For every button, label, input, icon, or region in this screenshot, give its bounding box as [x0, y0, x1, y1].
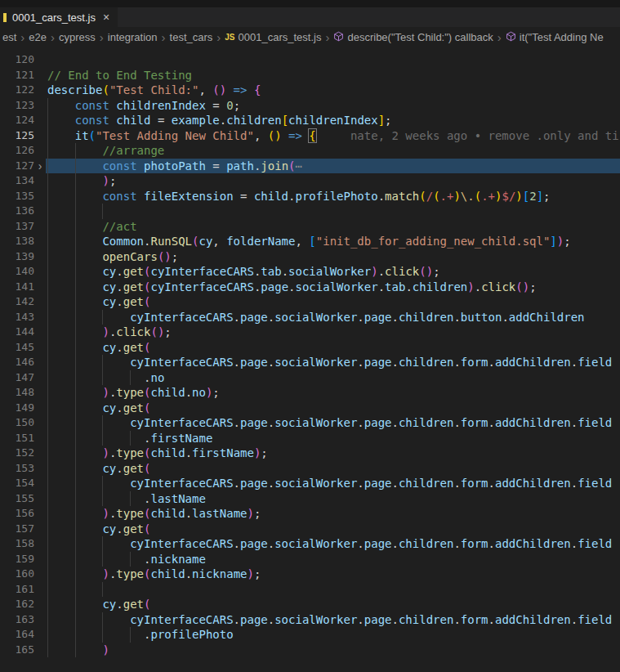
code-line[interactable]: 162 cy.get(	[0, 597, 620, 612]
code-line[interactable]: 156 ).type(child.lastName);	[0, 506, 620, 522]
gutter: 125	[0, 128, 46, 144]
code-line[interactable]: 149 cy.get(	[0, 401, 620, 416]
gutter: 156	[0, 506, 46, 522]
line-number: 161	[0, 582, 34, 598]
breadcrumb-item[interactable]: describe("Test Child:") callback	[333, 31, 493, 44]
code-line[interactable]: 124 const child = example.children[child…	[0, 113, 620, 128]
code-line-text: cy.get(cyInterfaceCARS.page.socialWorker…	[46, 280, 620, 295]
code-editor[interactable]: 120121// End to End Testing122describe("…	[0, 47, 620, 657]
code-line[interactable]: 157 cy.get(	[0, 522, 620, 537]
code-line-text: const photoPath = path.join(⋯	[46, 159, 620, 174]
code-line[interactable]: 143 cyInterfaceCARS.page.socialWorker.pa…	[0, 310, 620, 325]
code-line-text: cyInterfaceCARS.page.socialWorker.page.c…	[46, 415, 620, 431]
code-line[interactable]: 123 const childrenIndex = 0;	[0, 98, 620, 114]
code-line[interactable]: 164 .profilePhoto	[0, 627, 620, 643]
gutter: 160	[0, 567, 46, 582]
code-line[interactable]: 141 cy.get(cyInterfaceCARS.page.socialWo…	[0, 280, 620, 295]
chevron-right-icon: ›	[51, 31, 55, 43]
code-line[interactable]: 142 cy.get(	[0, 294, 620, 310]
code-line[interactable]: 148 ).type(child.no);	[0, 385, 620, 401]
code-line[interactable]: 120	[0, 52, 620, 68]
code-line[interactable]: 138 Common.RunSQL(cy, folderName, ["init…	[0, 234, 620, 249]
code-line-text: // End to End Testing	[46, 68, 620, 83]
line-number: 136	[0, 204, 34, 219]
code-line[interactable]: 145 cy.get(	[0, 340, 620, 356]
line-number: 150	[0, 415, 34, 431]
code-line-text: cyInterfaceCARS.page.socialWorker.page.c…	[46, 536, 620, 552]
code-line[interactable]: 165 )	[0, 643, 620, 658]
line-number: 124	[0, 113, 34, 128]
code-line-text: ).click();	[46, 325, 620, 340]
code-line[interactable]: 146 cyInterfaceCARS.page.socialWorker.pa…	[0, 355, 620, 370]
line-number: 121	[0, 68, 34, 83]
breadcrumb-item[interactable]: JS0001_cars_test.js	[225, 31, 321, 43]
line-number: 163	[0, 612, 34, 628]
line-number: 160	[0, 567, 34, 582]
gutter: 142	[0, 294, 46, 310]
line-number: 149	[0, 401, 34, 416]
close-icon[interactable]: ×	[103, 11, 109, 23]
folded-code-ellipsis[interactable]: ⋯	[296, 159, 302, 172]
code-line[interactable]: 140 cy.get(cyInterfaceCARS.tab.socialWor…	[0, 264, 620, 280]
breadcrumb-item[interactable]: it("Test Adding Ne	[506, 31, 604, 44]
code-line[interactable]: 136	[0, 204, 620, 219]
code-line[interactable]: 161	[0, 582, 620, 598]
code-line[interactable]: 126 //arrange	[0, 143, 620, 159]
vscode-window: 0001_cars_test.js × est›e2e›cypress›inte…	[0, 0, 620, 672]
fold-chevron-icon[interactable]: ›	[34, 159, 46, 174]
code-line[interactable]: 155 .lastName	[0, 491, 620, 507]
line-number: 141	[0, 280, 34, 295]
code-line[interactable]: 137 //act	[0, 219, 620, 235]
code-line[interactable]: 152 ).type(child.firstName);	[0, 446, 620, 461]
code-line[interactable]: 158 cyInterfaceCARS.page.socialWorker.pa…	[0, 536, 620, 552]
code-line[interactable]: 134 );	[0, 173, 620, 189]
code-line-text	[46, 582, 620, 598]
breadcrumb-item[interactable]: test_cars	[170, 31, 213, 43]
code-line[interactable]: 163 cyInterfaceCARS.page.socialWorker.pa…	[0, 612, 620, 628]
code-line-text: cy.get(	[46, 340, 620, 356]
gutter: 126	[0, 143, 46, 159]
code-line[interactable]: 160 ).type(child.nickname);	[0, 567, 620, 582]
breadcrumb-item[interactable]: integration	[108, 31, 158, 43]
code-line-text: //arrange	[46, 143, 620, 159]
line-number: 157	[0, 522, 34, 537]
breadcrumb-item[interactable]: cypress	[59, 31, 96, 43]
code-line[interactable]: 153 cy.get(	[0, 461, 620, 477]
breadcrumb-item[interactable]: est	[2, 31, 16, 43]
js-icon: JS	[225, 33, 234, 42]
line-number: 123	[0, 98, 34, 114]
line-number: 140	[0, 264, 34, 280]
tab-label: 0001_cars_test.js	[12, 11, 96, 24]
code-line-text: cyInterfaceCARS.page.socialWorker.page.c…	[46, 355, 620, 370]
line-number: 148	[0, 385, 34, 401]
gutter: 144	[0, 325, 46, 340]
line-number: 159	[0, 552, 34, 567]
code-line[interactable]: 122describe("Test Child:", () => {	[0, 83, 620, 98]
gutter: 139	[0, 249, 46, 265]
gutter: 145	[0, 340, 46, 356]
symbol-method-icon	[506, 31, 520, 44]
code-line-text: .profilePhoto	[46, 627, 620, 643]
code-line[interactable]: 135 const fileExtension = child.profileP…	[0, 189, 620, 204]
code-line[interactable]: 151 .firstName	[0, 431, 620, 446]
tab-0001-cars-test[interactable]: 0001_cars_test.js ×	[0, 7, 118, 27]
code-line[interactable]: 150 cyInterfaceCARS.page.socialWorker.pa…	[0, 415, 620, 431]
code-line[interactable]: 154 cyInterfaceCARS.page.socialWorker.pa…	[0, 476, 620, 491]
code-line[interactable]: 159 .nickname	[0, 552, 620, 567]
code-line[interactable]: 127› const photoPath = path.join(⋯	[0, 159, 620, 174]
gutter: 121	[0, 68, 46, 83]
line-number: 154	[0, 476, 34, 491]
code-line[interactable]: 121// End to End Testing	[0, 68, 620, 83]
gutter: 164	[0, 627, 46, 643]
line-number: 145	[0, 340, 34, 356]
code-line[interactable]: 147 .no	[0, 370, 620, 386]
code-line[interactable]: 144 ).click();	[0, 325, 620, 340]
code-line[interactable]: 139 openCars();	[0, 249, 620, 265]
gutter: 143	[0, 310, 46, 325]
line-number: 134	[0, 173, 34, 189]
code-line-text: ).type(child.no);	[46, 385, 620, 401]
breadcrumb-item[interactable]: e2e	[29, 31, 47, 43]
chevron-right-icon: ›	[162, 31, 166, 43]
gutter: 146	[0, 355, 46, 370]
code-line[interactable]: 125 it("Test Adding New Child", () => {n…	[0, 128, 620, 144]
